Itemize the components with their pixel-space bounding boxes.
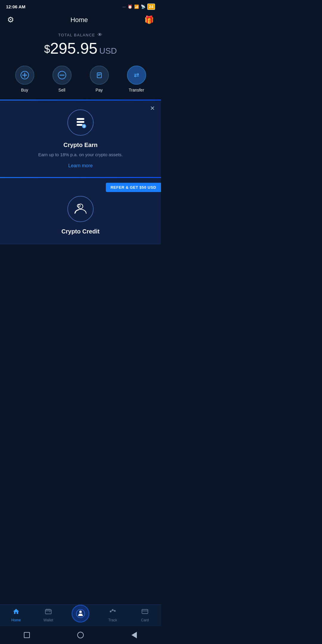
transfer-button[interactable]: Transfer [127, 66, 146, 92]
svg-rect-6 [77, 118, 84, 120]
transfer-icon-circle [127, 66, 146, 85]
crypto-credit-panel: ✕ REFER & GET $50 USD Crypto Credit [0, 178, 161, 244]
wifi-icon: 📡 [141, 4, 145, 9]
status-bar: 12:06 AM ··· ⏰ 📶 📡 24 [0, 0, 161, 12]
crypto-earn-panel: ✕ $ Crypto Earn Earn up to 18% p.a. on y… [0, 100, 161, 177]
battery-indicator: 24 [147, 4, 155, 10]
svg-text:$: $ [83, 125, 85, 128]
balance-amount: $295.95USD [6, 39, 155, 57]
pay-button[interactable]: Pay [90, 66, 109, 92]
alarm-icon: ⏰ [128, 4, 132, 9]
refer-badge[interactable]: REFER & GET $50 USD [106, 183, 161, 192]
sell-label: Sell [58, 88, 65, 92]
crypto-earn-title: Crypto Earn [7, 142, 154, 148]
balance-section: TOTAL BALANCE 👁 $295.95USD [0, 29, 161, 66]
sell-icon-circle [52, 66, 72, 85]
signal-icon: 📶 [134, 4, 139, 9]
pay-label: Pay [95, 88, 103, 92]
page-title: Home [70, 16, 88, 24]
svg-rect-8 [77, 124, 83, 126]
settings-icon[interactable]: ⚙ [7, 15, 14, 24]
status-icons: ··· ⏰ 📶 📡 24 [123, 4, 155, 10]
pay-icon-circle [90, 66, 109, 85]
crypto-earn-icon: $ [67, 109, 94, 136]
header: ⚙ Home 🎁 [0, 12, 161, 29]
crypto-earn-learn-more[interactable]: Learn more [7, 163, 154, 168]
buy-button[interactable]: Buy [15, 66, 34, 92]
svg-rect-7 [77, 121, 84, 123]
buy-icon-circle [15, 66, 34, 85]
crypto-credit-icon [67, 196, 94, 222]
transfer-label: Transfer [129, 88, 144, 92]
crypto-earn-description: Earn up to 18% p.a. on your crypto asset… [7, 151, 154, 158]
crypto-earn-close-button[interactable]: ✕ [150, 105, 155, 111]
eye-icon[interactable]: 👁 [97, 32, 103, 38]
balance-currency: USD [99, 46, 117, 55]
balance-number: 295.95 [50, 40, 97, 57]
status-time: 12:06 AM [6, 4, 25, 9]
balance-label-text: TOTAL BALANCE [58, 33, 95, 37]
action-buttons: Buy Sell Pay Transfer [0, 66, 161, 100]
gift-icon[interactable]: 🎁 [144, 15, 154, 24]
sell-button[interactable]: Sell [52, 66, 72, 92]
dots-icon: ··· [123, 4, 126, 9]
crypto-credit-title: Crypto Credit [7, 228, 154, 235]
buy-label: Buy [21, 88, 28, 92]
balance-label: TOTAL BALANCE 👁 [6, 32, 155, 38]
dollar-sign: $ [44, 43, 50, 55]
svg-point-11 [78, 204, 83, 209]
